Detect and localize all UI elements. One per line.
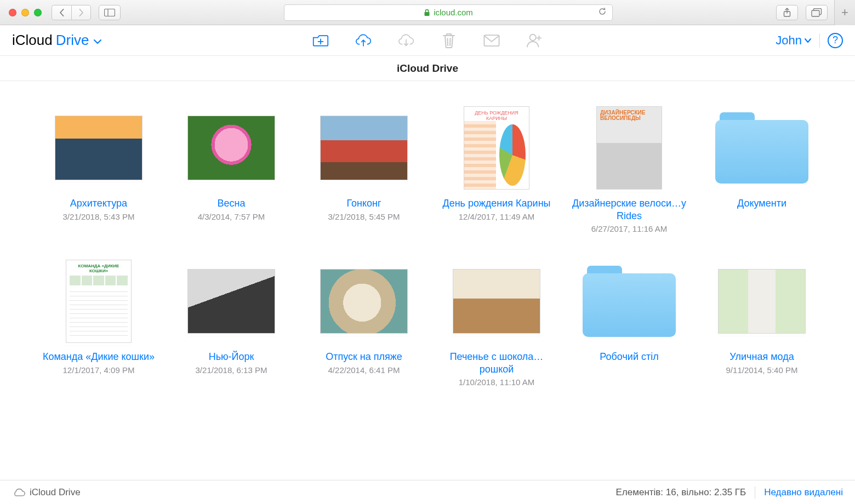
file-grid: Архитектура3/21/2018, 5:43 PMВесна4/3/20… [38,106,833,387]
file-item[interactable]: Робочий стіл [569,260,689,387]
thumbnail-image: ДИЗАЙНЕРСКИЕ ВЕЛОСИПЕДЫ [596,106,662,190]
status-summary: Елементів: 16, вільно: 2.35 ГБ [616,487,746,498]
file-date: 4/22/2014, 6:41 PM [328,365,400,375]
trash-icon [442,32,456,49]
share-icon [783,8,791,18]
account-name: John [776,33,802,48]
breadcrumb[interactable]: iCloud Drive [12,487,81,498]
account-menu[interactable]: John [776,33,812,48]
sidebar-toggle-button[interactable] [99,5,121,20]
file-name: Уличная мода [729,351,794,363]
file-date: 1/10/2018, 11:10 AM [459,377,534,387]
file-item[interactable]: Архитектура3/21/2018, 5:43 PM [38,106,159,233]
window-zoom-button[interactable] [34,9,42,16]
file-thumbnail [450,260,543,343]
file-name: Документи [737,197,786,210]
back-button[interactable] [52,5,71,20]
download-button[interactable] [398,32,414,49]
file-name: Отпуск на пляже [326,351,402,363]
cloud-download-icon [398,33,414,48]
file-item[interactable]: Документи [702,106,822,233]
file-date: 12/1/2017, 4:09 PM [63,365,135,375]
file-name: Нью-Йорк [209,351,254,363]
folder-icon [583,266,676,337]
chevron-right-icon [78,9,84,16]
divider [819,33,820,48]
new-folder-plus-icon [312,33,329,48]
file-name: Команда «Дикие кошки» [43,351,155,363]
file-date: 3/21/2018, 5:43 PM [63,212,135,221]
new-folder-button[interactable] [312,32,329,49]
svg-rect-2 [425,12,430,16]
thumbnail-image [187,116,275,180]
window-close-button[interactable] [9,9,16,16]
file-thumbnail [715,106,808,190]
file-thumbnail [317,106,411,190]
thumbnail-image [320,269,408,334]
forward-button[interactable] [71,5,91,20]
file-thumbnail [583,260,676,343]
nav-buttons [52,5,91,20]
file-date: 12/4/2017, 11:49 AM [459,212,534,221]
question-mark-icon: ? [833,35,838,46]
thumbnail-image [187,269,275,334]
file-item[interactable]: Нью-Йорк3/21/2018, 6:13 PM [171,260,292,387]
file-item[interactable]: Гонконг3/21/2018, 5:45 PM [304,106,424,233]
svg-line-8 [448,38,448,45]
location-header: iCloud Drive [0,56,855,81]
share-collab-button[interactable] [526,32,543,49]
file-item[interactable]: Отпуск на пляже4/22/2014, 6:41 PM [304,260,424,387]
file-item[interactable]: ДИЗАЙНЕРСКИЕ ВЕЛОСИПЕДЫДизайнерские вело… [569,106,689,233]
email-button[interactable] [483,32,500,49]
thumbnail-image [55,116,142,180]
delete-button[interactable] [441,32,457,49]
file-item[interactable]: КОМАНДА «ДИКИЕ КОШКИ»Команда «Дикие кошк… [38,260,159,387]
file-name: Дизайнерские велоси…у Rides [572,197,687,222]
file-name: Архитектура [70,197,127,210]
window-controls [9,9,42,16]
brand-dropdown[interactable]: iCloud Drive [12,32,102,49]
brand-text-1: iCloud [12,32,53,49]
help-button[interactable]: ? [828,33,843,48]
file-thumbnail [715,260,808,343]
sidebar-icon [104,9,115,16]
file-name: Весна [218,197,246,210]
file-date: 3/21/2018, 5:45 PM [328,212,400,221]
window-minimize-button[interactable] [21,9,29,16]
new-tab-button[interactable]: + [834,0,855,25]
file-name: Робочий стіл [600,351,658,363]
share-button[interactable] [776,5,798,20]
file-item[interactable]: Печенье с шокола…рошкой1/10/2018, 11:10 … [436,260,557,387]
svg-line-9 [450,38,451,45]
recently-deleted-link[interactable]: Недавно видалені [764,487,843,498]
file-date: 6/27/2017, 11:16 AM [591,224,667,233]
thumbnail-image [718,269,806,334]
thumbnail-image [453,269,540,334]
lock-icon [424,9,430,16]
status-right: Елементів: 16, вільно: 2.35 ГБ Недавно в… [616,486,843,499]
address-host: icloud.com [434,8,473,17]
file-thumbnail: КОМАНДА «ДИКИЕ КОШКИ» [52,260,145,343]
file-item[interactable]: Весна4/3/2014, 7:57 PM [171,106,292,233]
thumbnail-image: КОМАНДА «ДИКИЕ КОШКИ» [66,260,132,343]
tabs-button[interactable] [806,5,828,20]
file-name: Печенье с шокола…рошкой [439,351,554,375]
file-thumbnail [52,106,145,190]
upload-button[interactable] [355,32,372,49]
address-bar[interactable]: icloud.com [284,4,613,21]
app-toolbar: iCloud Drive John ? [0,25,855,56]
status-bar: iCloud Drive Елементів: 16, вільно: 2.35… [0,480,855,504]
file-item[interactable]: ДЕНЬ РОЖДЕНИЯ КАРИНЫДень рождения Карины… [436,106,557,233]
chevron-left-icon [59,9,65,16]
file-item[interactable]: Уличная мода9/11/2014, 5:40 PM [702,260,822,387]
tabs-icon [811,8,822,17]
brand-text-2: Drive [56,32,89,49]
toolbar-center [312,32,543,49]
reload-button[interactable] [598,7,607,18]
person-plus-icon [526,32,543,49]
file-date: 4/3/2014, 7:57 PM [198,212,265,221]
file-thumbnail [185,260,278,343]
cloud-icon [12,488,25,497]
svg-rect-10 [484,35,499,46]
file-thumbnail [185,106,278,190]
